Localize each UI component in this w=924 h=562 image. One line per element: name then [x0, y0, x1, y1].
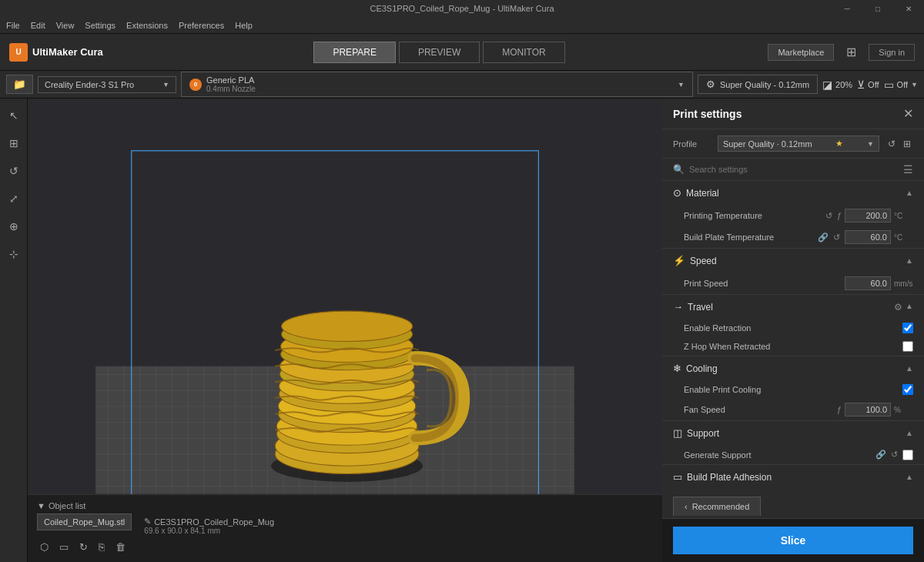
menu-view[interactable]: View: [56, 21, 75, 30]
print-speed-unit: mm/s: [894, 279, 913, 288]
material-info: Generic PLA 0.4mm Nozzle: [206, 75, 256, 93]
tab-prepare[interactable]: PREPARE: [313, 42, 395, 63]
enable-cooling-label: Enable Print Cooling: [684, 385, 902, 394]
enable-cooling-checkbox[interactable]: [902, 384, 913, 395]
support-icon: ⊻: [857, 79, 865, 91]
grid-button[interactable]: ⊞: [840, 42, 862, 62]
printing-temp-unit: °C: [894, 212, 913, 220]
build-plate-temp-input[interactable]: [845, 230, 891, 244]
viewport[interactable]: ▼ Object list Coiled_Rope_Mug.stl ✎ CE3S…: [28, 99, 662, 562]
travel-section: → Travel ⚙ ▲ Enable Retraction Z Hop Whe: [662, 295, 924, 356]
support-icon: ◫: [673, 427, 682, 439]
menu-preferences[interactable]: Preferences: [179, 21, 224, 30]
marketplace-button[interactable]: Marketplace: [768, 44, 834, 61]
menu-settings[interactable]: Settings: [85, 21, 116, 30]
window-title: CE3S1PRO_Coiled_Rope_Mug - UltiMaker Cur…: [370, 4, 554, 13]
fan-speed-input[interactable]: [845, 403, 891, 416]
reset-button[interactable]: ↻: [76, 540, 91, 554]
travel-section-header[interactable]: → Travel ⚙ ▲: [662, 295, 924, 319]
build-plate-reset-button[interactable]: ↺: [832, 232, 842, 243]
build-plate-link-icon: 🔗: [818, 232, 829, 243]
profile-save-button[interactable]: ⊞: [901, 138, 913, 150]
generate-support-row: Generate Support 🔗 ↺: [662, 445, 924, 464]
z-hop-row: Z Hop When Retracted: [662, 337, 924, 356]
tab-monitor[interactable]: MONITOR: [483, 42, 564, 63]
cooling-section-header[interactable]: ❄ Cooling ▲: [662, 356, 924, 380]
duplicate-button[interactable]: ⎘: [95, 540, 108, 554]
profile-reset-button[interactable]: ↺: [886, 138, 898, 150]
adhesion-icon: ▭: [884, 79, 894, 91]
travel-filter-icon[interactable]: ⚙: [894, 302, 902, 313]
cooling-section: ❄ Cooling ▲ Enable Print Cooling Fan Spe…: [662, 356, 924, 420]
toolbar-right: Marketplace ⊞ Sign in: [768, 42, 915, 62]
scale-tool-button[interactable]: ⤢: [3, 188, 25, 209]
move-tool-button[interactable]: ↖: [3, 105, 25, 126]
adhesion-section-icon: ▭: [673, 471, 682, 483]
printing-temp-func-icon[interactable]: ƒ: [837, 211, 842, 220]
adhesion-label: Off: [897, 80, 908, 89]
close-button[interactable]: ✕: [893, 0, 924, 17]
panel-header: Print settings ✕: [662, 99, 924, 129]
maximize-button[interactable]: □: [862, 0, 893, 17]
menu-edit[interactable]: Edit: [31, 21, 45, 30]
object-file-item[interactable]: Coiled_Rope_Mug.stl: [37, 513, 132, 530]
chevron-down-icon: ▼: [37, 501, 45, 510]
printing-temp-label: Printing Temperature: [684, 211, 824, 220]
settings-menu-icon[interactable]: ☰: [903, 163, 913, 176]
printer-selector[interactable]: Creality Ender-3 S1 Pro ▼: [38, 76, 176, 93]
profile-chevron-icon: ▼: [867, 140, 874, 148]
logo-area: U UltiMaker Cura: [9, 43, 103, 62]
material-section-header[interactable]: ⊙ Material ▲: [662, 181, 924, 205]
enable-retraction-checkbox[interactable]: [902, 323, 913, 333]
per-model-tool-button[interactable]: ⊹: [3, 243, 25, 265]
z-hop-checkbox[interactable]: [902, 341, 913, 352]
support-section: ◫ Support ▲ Generate Support 🔗 ↺: [662, 421, 924, 464]
3d-canvas: [28, 99, 662, 562]
mirror-tool-button[interactable]: ⊕: [3, 216, 25, 237]
rotate-tool-button[interactable]: ↺: [3, 160, 25, 182]
travel-icon: →: [673, 301, 683, 313]
z-hop-controls: [902, 341, 913, 352]
model-dimensions: 69.6 x 90.0 x 84.1 mm: [144, 527, 274, 535]
menu-file[interactable]: File: [6, 21, 20, 30]
search-icon: 🔍: [673, 164, 685, 175]
speed-section-header[interactable]: ⚡ Speed ▲: [662, 249, 924, 273]
main-toolbar: U UltiMaker Cura PREPARE PREVIEW MONITOR…: [0, 34, 924, 71]
print-speed-input[interactable]: [845, 276, 891, 290]
quality-value: Super Quality - 0.12mm: [720, 80, 809, 89]
profile-selector[interactable]: Super Quality · 0.12mm ★ ▼: [718, 135, 879, 152]
delete-button[interactable]: 🗑: [112, 540, 129, 554]
fan-speed-unit: %: [894, 406, 913, 414]
menu-extensions[interactable]: Extensions: [126, 21, 168, 30]
travel-section-extras: ⚙ ▲: [894, 302, 913, 313]
open-folder-button[interactable]: 📁: [6, 75, 33, 94]
copy-button[interactable]: ▭: [56, 540, 72, 554]
printing-temp-input[interactable]: [845, 209, 891, 222]
arrange-button[interactable]: ⬡: [37, 540, 52, 554]
search-input[interactable]: [689, 165, 899, 174]
slice-button[interactable]: Slice: [673, 527, 913, 554]
generate-support-checkbox[interactable]: [902, 450, 913, 460]
support-section-title: ◫ Support: [673, 427, 719, 439]
printing-temp-controls: ↺ ƒ °C: [824, 209, 913, 222]
printing-temp-reset-button[interactable]: ↺: [824, 210, 834, 222]
support-section-header[interactable]: ◫ Support ▲: [662, 421, 924, 445]
generate-support-reset-button[interactable]: ↺: [889, 449, 899, 460]
minimize-button[interactable]: ─: [832, 0, 862, 17]
recommended-button[interactable]: ‹ Recommended: [673, 497, 761, 516]
fan-speed-func-icon[interactable]: ƒ: [837, 405, 842, 414]
build-plate-adhesion-title: ▭ Build Plate Adhesion: [673, 471, 772, 483]
speed-section: ⚡ Speed ▲ Print Speed mm/s: [662, 249, 924, 294]
menu-help[interactable]: Help: [235, 21, 253, 30]
quality-selector[interactable]: ⚙ Super Quality - 0.12mm: [698, 75, 818, 94]
select-tool-button[interactable]: ⊞: [3, 132, 25, 154]
generate-support-link-icon: 🔗: [875, 450, 886, 460]
profile-row: Profile Super Quality · 0.12mm ★ ▼ ↺ ⊞: [662, 129, 924, 159]
build-plate-adhesion-header[interactable]: ▭ Build Plate Adhesion ▲: [662, 465, 924, 489]
material-selector[interactable]: 0 Generic PLA 0.4mm Nozzle ▼: [181, 72, 693, 97]
signin-button[interactable]: Sign in: [869, 44, 915, 61]
close-panel-button[interactable]: ✕: [903, 106, 913, 121]
tab-preview[interactable]: PREVIEW: [399, 42, 480, 63]
edit-icon: ✎: [144, 517, 151, 527]
title-bar: CE3S1PRO_Coiled_Rope_Mug - UltiMaker Cur…: [0, 0, 924, 17]
